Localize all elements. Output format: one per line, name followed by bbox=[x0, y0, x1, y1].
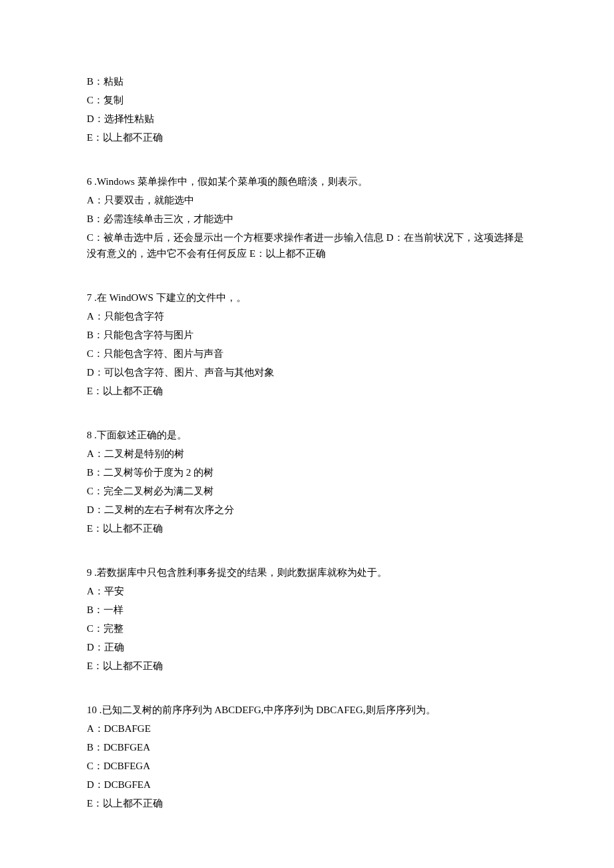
question-9: 9 .若数据库中只包含胜利事务提交的结果，则此数据库就称为处于。 A：平安 B：… bbox=[87, 564, 527, 674]
option-d: D：正确 bbox=[87, 639, 527, 655]
option-e: E：以上都不正确 bbox=[87, 795, 527, 811]
option-e: E：以上都不正确 bbox=[87, 383, 527, 399]
question-5-partial: B：粘贴 C：复制 D：选择性粘贴 E：以上都不正确 bbox=[87, 73, 527, 145]
option-d: D：DCBGFEA bbox=[87, 777, 527, 793]
option-d: D：二叉树的左右子树有次序之分 bbox=[87, 502, 527, 518]
option-b: B：必需连续单击三次，才能选中 bbox=[87, 211, 527, 227]
option-d: D：选择性粘贴 bbox=[87, 111, 527, 127]
option-e: E：以上都不正确 bbox=[87, 129, 527, 145]
option-a: A：平安 bbox=[87, 583, 527, 599]
question-10: 10 .已知二叉树的前序序列为 ABCDEFG,中序序列为 DBCAFEG,则后… bbox=[87, 702, 527, 811]
option-c: C：复制 bbox=[87, 92, 527, 108]
option-e: E：以上都不正确 bbox=[87, 520, 527, 536]
question-stem: 9 .若数据库中只包含胜利事务提交的结果，则此数据库就称为处于。 bbox=[87, 564, 527, 580]
option-c: C：完整 bbox=[87, 620, 527, 636]
option-b: B：只能包含字符与图片 bbox=[87, 327, 527, 343]
option-a: A：DCBAFGE bbox=[87, 721, 527, 737]
option-c: C：DCBFEGA bbox=[87, 758, 527, 774]
option-d: D：可以包含字符、图片、声音与其他对象 bbox=[87, 364, 527, 380]
option-b: B：二叉树等价于度为 2 的树 bbox=[87, 464, 527, 480]
document-page: B：粘贴 C：复制 D：选择性粘贴 E：以上都不正确 6 .Windows 菜单… bbox=[0, 0, 614, 868]
question-stem: 6 .Windows 菜单操作中，假如某个菜单项的颜色暗淡，则表示。 bbox=[87, 173, 527, 189]
option-a: A：只要双击，就能选中 bbox=[87, 192, 527, 208]
question-stem: 7 .在 WindOWS 下建立的文件中，。 bbox=[87, 290, 527, 306]
option-b: B：DCBFGEA bbox=[87, 739, 527, 755]
option-c: C：完全二叉树必为满二叉树 bbox=[87, 483, 527, 499]
option-cde: C：被单击选中后，还会显示出一个方框要求操作者进一步输入信息 D：在当前状况下，… bbox=[87, 230, 527, 262]
option-b: B：粘贴 bbox=[87, 73, 527, 89]
option-e: E：以上都不正确 bbox=[87, 658, 527, 674]
question-stem: 10 .已知二叉树的前序序列为 ABCDEFG,中序序列为 DBCAFEG,则后… bbox=[87, 702, 527, 718]
question-7: 7 .在 WindOWS 下建立的文件中，。 A：只能包含字符 B：只能包含字符… bbox=[87, 290, 527, 399]
option-a: A：二叉树是特别的树 bbox=[87, 446, 527, 462]
option-a: A：只能包含字符 bbox=[87, 308, 527, 324]
option-c: C：只能包含字符、图片与声音 bbox=[87, 346, 527, 362]
option-b: B：一样 bbox=[87, 602, 527, 618]
question-6: 6 .Windows 菜单操作中，假如某个菜单项的颜色暗淡，则表示。 A：只要双… bbox=[87, 173, 527, 262]
question-8: 8 .下面叙述正确的是。 A：二叉树是特别的树 B：二叉树等价于度为 2 的树 … bbox=[87, 427, 527, 536]
question-stem: 8 .下面叙述正确的是。 bbox=[87, 427, 527, 443]
